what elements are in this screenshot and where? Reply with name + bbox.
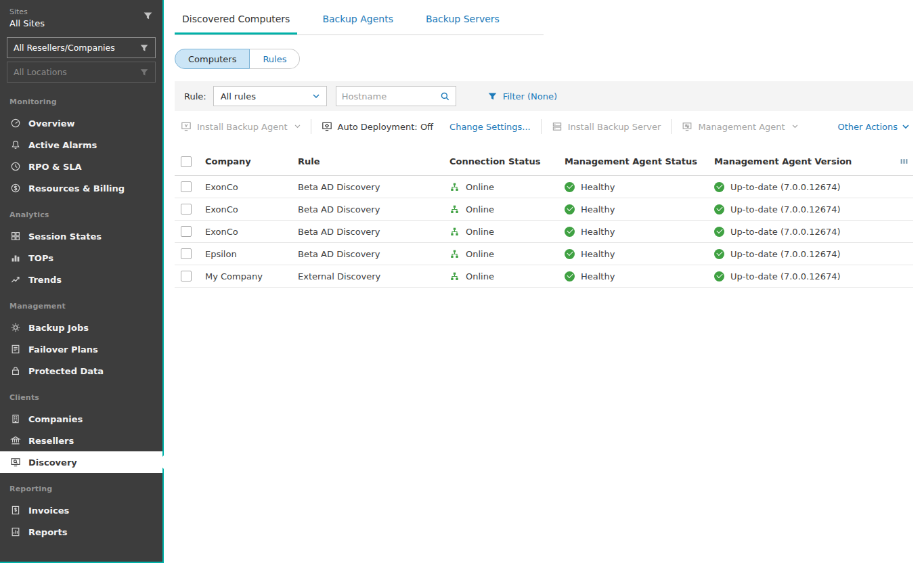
sidebar-item-active-alarms[interactable]: Active Alarms bbox=[0, 134, 162, 156]
tab-discovered-computers[interactable]: Discovered Computers bbox=[175, 11, 297, 35]
rule-select[interactable]: All rules bbox=[213, 86, 327, 106]
healthy-check-icon bbox=[565, 249, 575, 259]
column-header-agent-status[interactable]: Management Agent Status bbox=[565, 156, 714, 166]
table-row[interactable]: ExonCo Beta AD Discovery Online Healthy … bbox=[175, 176, 913, 198]
toggle-computers[interactable]: Computers bbox=[175, 49, 250, 69]
agent-status-text: Healthy bbox=[581, 182, 615, 192]
sidebar-item-companies[interactable]: Companies bbox=[0, 408, 162, 430]
up-to-date-check-icon bbox=[714, 249, 724, 259]
row-checkbox[interactable] bbox=[181, 181, 192, 192]
change-settings-label: Change Settings... bbox=[449, 122, 531, 132]
row-checkbox[interactable] bbox=[181, 204, 192, 215]
agent-status-text: Healthy bbox=[581, 271, 615, 282]
sidebar-section-management: Management bbox=[0, 290, 162, 317]
sidebar-item-resellers[interactable]: Resellers bbox=[0, 430, 162, 451]
column-header-rule[interactable]: Rule bbox=[298, 156, 449, 166]
sidebar-item-overview[interactable]: Overview bbox=[0, 112, 162, 134]
management-agent-label: Management Agent bbox=[698, 122, 785, 132]
filter-funnel-icon bbox=[487, 91, 498, 102]
toolbar-divider bbox=[671, 119, 672, 134]
bank-icon bbox=[9, 435, 21, 447]
table-row[interactable]: ExonCo Beta AD Discovery Online Healthy … bbox=[175, 198, 913, 221]
building-icon bbox=[9, 413, 21, 425]
table-row[interactable]: ExonCo Beta AD Discovery Online Healthy … bbox=[175, 221, 913, 243]
sites-selector[interactable]: Sites All Sites bbox=[0, 0, 162, 34]
healthy-check-icon bbox=[565, 204, 575, 215]
toolbar-divider bbox=[541, 119, 542, 134]
cell-connection-status: Online bbox=[449, 182, 565, 192]
management-agent-button[interactable]: Management Agent bbox=[676, 121, 804, 132]
tab-backup-servers[interactable]: Backup Servers bbox=[418, 11, 507, 35]
main-content: Discovered Computers Backup Agents Backu… bbox=[164, 0, 924, 563]
install-backup-server-button[interactable]: Install Backup Server bbox=[546, 121, 667, 132]
cell-agent-version: Up-to-date (7.0.0.12674) bbox=[714, 249, 890, 259]
online-network-icon bbox=[449, 182, 460, 192]
cell-agent-version: Up-to-date (7.0.0.12674) bbox=[714, 227, 890, 237]
cell-rule: Beta AD Discovery bbox=[298, 204, 449, 215]
table-row[interactable]: My Company External Discovery Online Hea… bbox=[175, 265, 913, 288]
cell-agent-version: Up-to-date (7.0.0.12674) bbox=[714, 271, 890, 282]
install-backup-agent-button[interactable]: Install Backup Agent bbox=[175, 121, 307, 132]
agent-version-text: Up-to-date (7.0.0.12674) bbox=[730, 182, 841, 192]
sidebar-item-label: Trends bbox=[28, 275, 62, 285]
cell-agent-version: Up-to-date (7.0.0.12674) bbox=[714, 182, 890, 192]
column-chooser-icon[interactable] bbox=[899, 156, 909, 166]
cell-agent-version: Up-to-date (7.0.0.12674) bbox=[714, 204, 890, 215]
resellers-companies-filter-label: All Resellers/Companies bbox=[14, 43, 115, 53]
sidebar-item-failover-plans[interactable]: Failover Plans bbox=[0, 338, 162, 360]
sidebar-item-trends[interactable]: Trends bbox=[0, 269, 162, 290]
sidebar-item-resources-billing[interactable]: Resources & Billing bbox=[0, 177, 162, 199]
sidebar-item-invoices[interactable]: Invoices bbox=[0, 499, 162, 521]
sidebar-item-label: Failover Plans bbox=[28, 344, 98, 355]
locations-filter[interactable]: All Locations bbox=[7, 62, 156, 83]
hostname-input[interactable] bbox=[342, 91, 440, 102]
toolbar: Install Backup Agent Auto Deployment: Of… bbox=[175, 111, 913, 142]
tab-backup-agents[interactable]: Backup Agents bbox=[315, 11, 401, 35]
cell-agent-status: Healthy bbox=[565, 227, 714, 237]
column-header-agent-version[interactable]: Management Agent Version bbox=[714, 156, 890, 166]
online-network-icon bbox=[449, 249, 460, 259]
chevron-down-icon bbox=[792, 125, 798, 129]
filter-none-label: Filter (None) bbox=[503, 91, 557, 102]
sidebar-item-label: RPO & SLA bbox=[28, 162, 82, 172]
billing-icon bbox=[9, 183, 21, 194]
connection-status-text: Online bbox=[466, 204, 494, 215]
toggle-rules[interactable]: Rules bbox=[250, 49, 300, 69]
sidebar-item-label: Resources & Billing bbox=[28, 183, 125, 194]
sidebar-section-reporting: Reporting bbox=[0, 473, 162, 499]
rule-label: Rule: bbox=[184, 91, 206, 102]
row-checkbox[interactable] bbox=[181, 226, 192, 237]
table-header: Company Rule Connection Status Managemen… bbox=[175, 148, 913, 176]
sites-filter-icon[interactable] bbox=[143, 11, 153, 21]
search-icon[interactable] bbox=[440, 91, 450, 102]
select-all-checkbox[interactable] bbox=[181, 156, 192, 167]
resellers-companies-filter[interactable]: All Resellers/Companies bbox=[7, 37, 156, 58]
auto-deployment-button[interactable]: Auto Deployment: Off bbox=[315, 121, 440, 132]
resellers-filter-icon bbox=[139, 43, 149, 53]
column-header-connection-status[interactable]: Connection Status bbox=[449, 156, 565, 166]
sidebar-item-reports[interactable]: Reports bbox=[0, 521, 162, 543]
alarm-bell-icon bbox=[9, 139, 21, 151]
other-actions-button[interactable]: Other Actions bbox=[833, 122, 913, 132]
chevron-down-icon bbox=[902, 125, 909, 129]
locations-filter-icon bbox=[139, 68, 149, 77]
sidebar-item-label: Session States bbox=[28, 231, 102, 242]
column-header-company[interactable]: Company bbox=[205, 156, 298, 166]
auto-deployment-label: Auto Deployment: Off bbox=[338, 122, 434, 132]
sidebar-item-tops[interactable]: TOPs bbox=[0, 247, 162, 269]
sidebar-item-discovery[interactable]: Discovery bbox=[0, 451, 162, 473]
online-network-icon bbox=[449, 271, 460, 282]
row-checkbox[interactable] bbox=[181, 271, 192, 282]
discovery-icon bbox=[9, 457, 21, 468]
sidebar-item-backup-jobs[interactable]: Backup Jobs bbox=[0, 317, 162, 338]
agent-version-text: Up-to-date (7.0.0.12674) bbox=[730, 204, 841, 215]
sidebar-item-session-states[interactable]: Session States bbox=[0, 225, 162, 247]
filter-none-button[interactable]: Filter (None) bbox=[487, 91, 557, 102]
up-to-date-check-icon bbox=[714, 204, 724, 215]
change-settings-link[interactable]: Change Settings... bbox=[443, 122, 537, 132]
sidebar-item-rpo-sla[interactable]: RPO & SLA bbox=[0, 156, 162, 177]
table-row[interactable]: Epsilon Beta AD Discovery Online Healthy… bbox=[175, 243, 913, 265]
cell-connection-status: Online bbox=[449, 271, 565, 282]
sidebar-item-protected-data[interactable]: Protected Data bbox=[0, 360, 162, 382]
row-checkbox[interactable] bbox=[181, 248, 192, 259]
